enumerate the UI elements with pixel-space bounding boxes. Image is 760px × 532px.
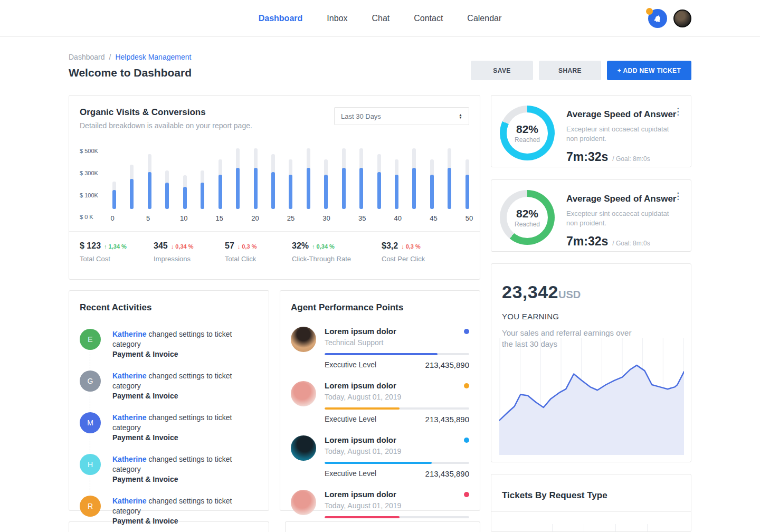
donut-chart: 82%Reached bbox=[500, 106, 555, 160]
breadcrumb: Dashboard / Helpdesk Management bbox=[69, 53, 192, 61]
activity-target: Payment & Invoice bbox=[112, 433, 178, 442]
donut-percentage: 82% bbox=[516, 207, 538, 220]
nav-item-chat[interactable]: Chat bbox=[372, 14, 390, 23]
activity-item: MKatherine changed settings to ticket ca… bbox=[80, 412, 258, 443]
agent-row2: Executive Level213,435,890 bbox=[325, 360, 469, 369]
agent-item: Lorem ipsum dolorToday, August 01, 2019E… bbox=[291, 381, 469, 424]
bar-fill bbox=[201, 183, 204, 209]
bar-12.5 bbox=[201, 170, 204, 209]
x-tick: 30 bbox=[322, 214, 330, 222]
agent-item: Lorem ipsum dolorTechnical SupportExecut… bbox=[291, 327, 469, 369]
answer-card-description: Excepteur sint occaecat cupidatat non pr… bbox=[566, 125, 680, 144]
bar-5 bbox=[148, 154, 151, 209]
page-header: Dashboard / Helpdesk Management Welcome … bbox=[69, 53, 691, 80]
date-range-select[interactable]: Last 30 Days ▲▼ bbox=[334, 107, 469, 125]
answer-time-row: 7m:32s/ Goal: 8m:0s bbox=[566, 234, 681, 249]
agent-performance-card: Agent Performance Points Lorem ipsum dol… bbox=[280, 290, 480, 511]
bar-chart: $ 500K$ 300K$ 100K$ 0 K 0510152025303540… bbox=[80, 144, 469, 223]
agent-points: 213,435,890 bbox=[425, 415, 469, 424]
notification-badge bbox=[646, 8, 653, 15]
bar-fill bbox=[148, 172, 151, 209]
average-speed-card-2: 82%Reached⋮Average Speed of AnswerExcept… bbox=[491, 179, 691, 252]
share-button[interactable]: SHARE bbox=[539, 61, 601, 80]
bar-fill bbox=[324, 175, 328, 209]
stat-label: Cost Per Click bbox=[382, 255, 463, 263]
bar-30 bbox=[324, 159, 328, 209]
stat-delta-down: ↓ 0,3 % bbox=[238, 243, 257, 250]
activity-item: EKatherine changed settings to ticket ca… bbox=[80, 329, 258, 359]
bar-fill bbox=[271, 172, 275, 209]
breadcrumb-parent[interactable]: Dashboard bbox=[69, 53, 105, 61]
bar-10 bbox=[183, 175, 187, 209]
nav-item-dashboard[interactable]: Dashboard bbox=[259, 14, 303, 23]
bar-fill bbox=[130, 179, 134, 209]
agent-progress-track bbox=[325, 353, 469, 355]
agent-subtitle: Today, August 01, 2019 bbox=[325, 501, 469, 510]
activity-user[interactable]: Katherine bbox=[112, 497, 147, 505]
top-navigation: DashboardInboxChatContactCalendar bbox=[0, 0, 760, 37]
bar-fill bbox=[112, 190, 116, 209]
answer-time-row: 7m:32s/ Goal: 8m:0s bbox=[566, 150, 681, 164]
x-tick: 50 bbox=[466, 214, 473, 222]
bar-chart-y-axis: $ 500K$ 300K$ 100K$ 0 K bbox=[80, 144, 107, 223]
bar-fill bbox=[183, 187, 187, 209]
header-actions: SAVE SHARE + ADD NEW TICKET bbox=[471, 61, 691, 80]
agent-row1: Lorem ipsum dolor bbox=[325, 327, 469, 336]
date-range-value: Last 30 Days bbox=[341, 112, 381, 120]
donut-center: 82%Reached bbox=[500, 106, 555, 160]
bar-fill bbox=[254, 168, 258, 209]
agent-status-dot bbox=[464, 329, 469, 334]
activity-user[interactable]: Katherine bbox=[112, 330, 147, 338]
activity-text: Katherine changed settings to ticket cat… bbox=[112, 496, 258, 526]
bar-fill bbox=[466, 175, 469, 209]
activity-user[interactable]: Katherine bbox=[112, 413, 147, 422]
activity-text: Katherine changed settings to ticket cat… bbox=[112, 412, 258, 443]
bar-15 bbox=[218, 159, 222, 209]
bell-icon bbox=[653, 14, 662, 23]
y-tick: $ 500K bbox=[80, 148, 98, 154]
nav-item-calendar[interactable]: Calendar bbox=[467, 14, 501, 23]
activity-user[interactable]: Katherine bbox=[112, 372, 147, 380]
activity-target: Payment & Invoice bbox=[112, 475, 178, 483]
kebab-menu-icon[interactable]: ⋮ bbox=[673, 108, 682, 116]
agent-subtitle: Today, August 01, 2019 bbox=[325, 447, 469, 455]
activity-avatar: E bbox=[80, 329, 101, 350]
notifications-button[interactable] bbox=[648, 9, 667, 28]
nav-item-inbox[interactable]: Inbox bbox=[327, 14, 347, 23]
activity-avatar: M bbox=[80, 412, 101, 433]
stat-top: 32%↑ 0,34 % bbox=[292, 241, 382, 251]
save-button[interactable]: SAVE bbox=[471, 61, 533, 80]
nav-item-contact[interactable]: Contact bbox=[414, 14, 443, 23]
left-column: Organic Visits & Conversions Detailed br… bbox=[69, 95, 480, 532]
add-new-ticket-button[interactable]: + ADD NEW TICKET bbox=[607, 61, 691, 80]
stats-row: $ 123↑ 1,34 %Total Cost345↓ 0,34 %Impres… bbox=[80, 232, 469, 263]
bar-fill bbox=[289, 175, 292, 209]
answer-card-description: Excepteur sint occaecat cupidatat non pr… bbox=[566, 209, 680, 228]
bar-22.5 bbox=[271, 154, 275, 209]
tickets-chart-gridline-stubs bbox=[491, 524, 691, 531]
y-tick: $ 100K bbox=[80, 192, 98, 198]
organic-head-text: Organic Visits & Conversions Detailed br… bbox=[80, 107, 252, 130]
activity-user[interactable]: Katherine bbox=[112, 455, 147, 463]
kebab-menu-icon[interactable]: ⋮ bbox=[673, 193, 682, 200]
stat-impressions: 345↓ 0,34 %Impressions bbox=[154, 241, 225, 263]
stat-delta-down: ↓ 0,34 % bbox=[171, 243, 194, 250]
x-tick: 15 bbox=[216, 214, 223, 222]
agent-name: Lorem ipsum dolor bbox=[325, 381, 396, 390]
bar-20 bbox=[254, 148, 258, 209]
agent-avatar bbox=[291, 381, 316, 406]
agent-progress-bar bbox=[325, 462, 432, 464]
agent-row2: Executive Level213,435,890 bbox=[325, 469, 469, 478]
breadcrumb-current[interactable]: Helpdesk Management bbox=[115, 53, 191, 61]
activity-text: Katherine changed settings to ticket cat… bbox=[112, 370, 258, 401]
agent-row1: Lorem ipsum dolor bbox=[325, 490, 469, 499]
donut-reached-label: Reached bbox=[515, 136, 540, 144]
bar-fill bbox=[430, 175, 434, 209]
stat-total-cost: $ 123↑ 1,34 %Total Cost bbox=[80, 241, 154, 263]
user-avatar[interactable] bbox=[673, 10, 691, 27]
donut-center: 82%Reached bbox=[500, 190, 555, 245]
gridline-stub bbox=[584, 524, 584, 531]
earnings-label: YOU EARNING bbox=[502, 312, 680, 321]
donut-chart: 82%Reached bbox=[500, 190, 555, 245]
organic-card-subtitle: Detailed breakdown is available on your … bbox=[80, 121, 252, 130]
